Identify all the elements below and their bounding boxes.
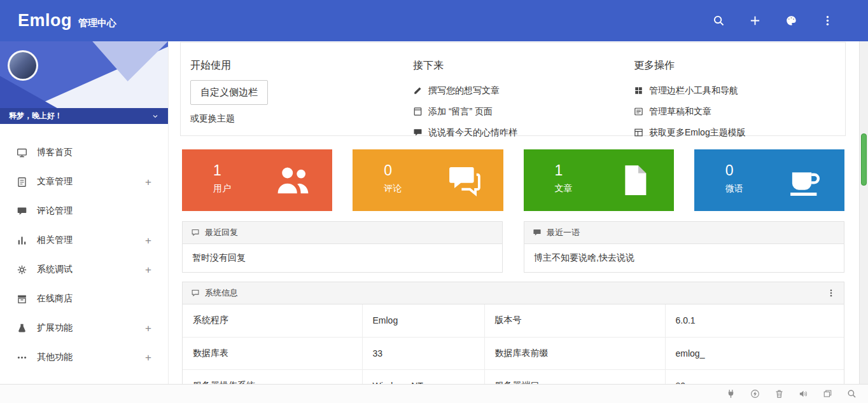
panel-body-text: 博主不知要说啥,快去说说 — [524, 244, 844, 272]
chart-bars-icon — [17, 235, 27, 246]
sidebar-item-blog-home[interactable]: 博客首页 — [0, 138, 168, 167]
app-logo[interactable]: Emlog 管理中心 — [0, 11, 116, 31]
stat-label: 微语 — [725, 183, 743, 195]
zoom-icon[interactable] — [847, 389, 857, 399]
palette-icon[interactable] — [785, 15, 797, 27]
more-icon[interactable] — [822, 15, 834, 27]
sys-label: 系统程序 — [183, 304, 362, 337]
qs-item-label: 撰写您的想写文章 — [428, 85, 500, 97]
stat-card-users[interactable]: 1 用户 — [182, 149, 332, 211]
sys-value: emlog_ — [665, 337, 844, 369]
next-item-write-article[interactable]: 撰写您的想写文章 — [413, 80, 634, 101]
customize-sidebar-button[interactable]: 自定义侧边栏 — [190, 80, 268, 105]
sys-label: 数据库表前缀 — [484, 337, 665, 369]
system-info-table: 系统程序 Emlog 版本号 6.0.1 数据库表 33 数据库表前缀 emlo… — [183, 304, 844, 384]
ellipsis-icon — [17, 352, 27, 363]
greeting-text: 释梦，晚上好！ — [9, 111, 62, 121]
sidebar-item-online-store[interactable]: 在线商店 — [0, 284, 168, 313]
plug-icon[interactable] — [726, 389, 736, 399]
comments-icon — [17, 206, 27, 217]
topbar: Emlog 管理中心 — [0, 0, 868, 41]
recent-word-panel: 最近一语 博主不知要说啥,快去说说 — [524, 221, 844, 273]
stat-label: 文章 — [555, 183, 573, 195]
next-item-post-mood[interactable]: 说说看今天的心情咋样 — [413, 122, 634, 143]
sidebar-item-comment-manage[interactable]: 评论管理 — [0, 196, 168, 226]
flask-icon — [17, 323, 27, 334]
window-icon[interactable] — [823, 389, 832, 399]
sidebar-item-system-debug[interactable]: 系统调试 + — [0, 255, 168, 284]
more-item-manage-widgets[interactable]: 管理边栏小工具和导航 — [634, 80, 845, 101]
more-item-get-themes[interactable]: 获取更多Emlog主题模版 — [634, 122, 845, 143]
sidebar-item-related-manage[interactable]: 相关管理 + — [0, 226, 168, 255]
trash-icon[interactable] — [774, 389, 784, 399]
stat-value: 0 — [725, 162, 734, 179]
sidebar-menu: 博客首页 文章管理 + 评论管理 相关管理 + 系统调试 + 在线商店 扩展功能 — [0, 124, 168, 372]
sys-label: 数据库表 — [183, 337, 362, 369]
sidebar-item-other[interactable]: 其他功能 + — [0, 343, 168, 372]
grid-icon — [634, 86, 643, 95]
expand-plus-icon[interactable]: + — [145, 177, 151, 188]
monitor-icon — [17, 147, 27, 158]
next-item-add-page[interactable]: 添加 “留言” 页面 — [413, 101, 634, 122]
panel-body-text: 暂时没有回复 — [183, 244, 502, 272]
qs-item-label: 管理边栏小工具和导航 — [649, 85, 738, 97]
table-row: 系统程序 Emlog 版本号 6.0.1 — [183, 304, 844, 337]
panel-menu-icon[interactable] — [827, 289, 836, 297]
quickstart-next-column: 接下来 撰写您的想写文章 添加 “留言” 页面 说说看今天的心情咋样 — [413, 59, 634, 135]
sidebar-item-article-manage[interactable]: 文章管理 + — [0, 167, 168, 196]
bubble-icon — [191, 228, 200, 237]
stat-label: 用户 — [213, 183, 231, 195]
chat-icon — [413, 128, 423, 137]
sidebar-item-label: 相关管理 — [37, 235, 73, 246]
topbar-actions — [713, 15, 868, 27]
quickstart-more-column: 更多操作 管理边栏小工具和导航 管理草稿和文章 获取更多Emlog主题模版 — [634, 59, 845, 135]
expand-plus-icon[interactable]: + — [145, 264, 151, 275]
change-theme-link[interactable]: 或更换主题 — [190, 113, 413, 125]
panel-title: 最近一语 — [547, 227, 580, 238]
chevron-down-icon — [151, 113, 159, 120]
stat-card-twitters[interactable]: 0 微语 — [694, 149, 844, 211]
sys-value: Windows NT — [362, 369, 484, 384]
qs-item-label: 说说看今天的心情咋样 — [428, 127, 517, 139]
sidebar-item-extensions[interactable]: 扩展功能 + — [0, 313, 168, 343]
panel-header: 最近一语 — [524, 222, 844, 244]
stat-card-comments[interactable]: 0 评论 — [353, 149, 503, 211]
store-icon — [17, 294, 27, 304]
stat-cards: 1 用户 0 评论 1 文章 0 微语 — [182, 149, 844, 211]
user-greeting-bar[interactable]: 释梦，晚上好！ — [0, 108, 168, 124]
section-title-more: 更多操作 — [634, 59, 845, 72]
stat-value: 1 — [213, 162, 221, 179]
scrollbar-thumb[interactable] — [861, 133, 867, 186]
sidebar-item-label: 扩展功能 — [37, 322, 73, 334]
expand-plus-icon[interactable]: + — [145, 323, 151, 334]
search-icon[interactable] — [713, 15, 725, 27]
quote-bubble-icon — [533, 228, 542, 237]
expand-plus-icon[interactable]: + — [145, 352, 151, 363]
stat-card-articles[interactable]: 1 文章 — [524, 149, 674, 211]
gear-icon — [17, 264, 27, 275]
expand-plus-icon[interactable]: + — [145, 235, 151, 246]
add-icon[interactable] — [749, 15, 761, 27]
article-icon — [17, 177, 27, 188]
sys-value: Emlog — [362, 304, 484, 337]
chat-icon — [447, 163, 482, 198]
section-title-start: 开始使用 — [190, 59, 413, 72]
quickstart-panel: 开始使用 自定义侧边栏 或更换主题 接下来 撰写您的想写文章 添加 “留言” 页… — [180, 42, 846, 136]
vertical-scrollbar[interactable] — [859, 41, 868, 384]
bolt-icon[interactable] — [750, 389, 760, 399]
sidebar-item-label: 系统调试 — [37, 264, 73, 275]
info-bubble-icon — [191, 289, 200, 297]
sidebar-item-label: 评论管理 — [37, 205, 73, 217]
admin-center-title: 管理中心 — [78, 17, 116, 29]
qs-item-label: 管理草稿和文章 — [649, 106, 711, 118]
sidebar-item-label: 其他功能 — [37, 352, 73, 363]
recent-replies-panel: 最近回复 暂时没有回复 — [182, 221, 503, 273]
users-icon — [276, 163, 311, 198]
table-row: 数据库表 33 数据库表前缀 emlog_ — [183, 337, 844, 369]
coffee-icon — [788, 163, 823, 198]
more-item-manage-drafts[interactable]: 管理草稿和文章 — [634, 101, 845, 122]
avatar[interactable] — [8, 50, 38, 81]
sys-label: 服务器操作系统 — [183, 369, 362, 384]
speaker-icon[interactable] — [799, 389, 808, 399]
page-icon — [413, 107, 423, 116]
